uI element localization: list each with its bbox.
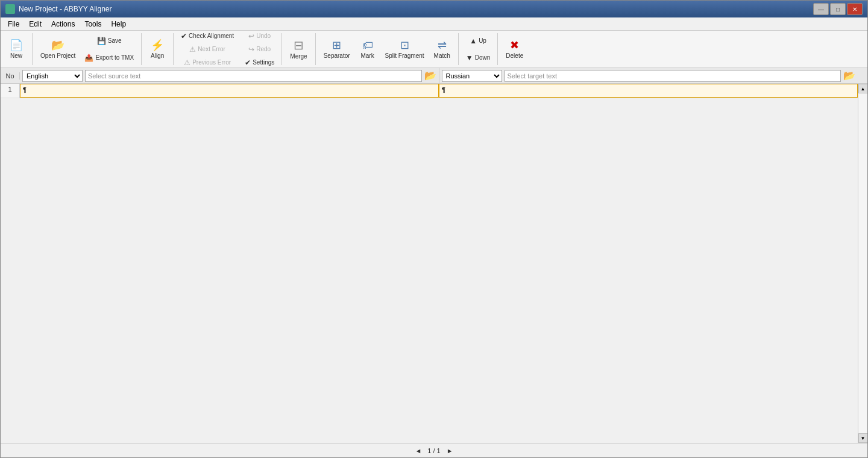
toolbar-group-delete: ✖ Delete: [502, 33, 531, 65]
main-window: New Project - ABBYY Aligner — □ ✕ File E…: [0, 0, 868, 458]
separator-button[interactable]: ⊞ Separator: [319, 33, 354, 66]
redo-button[interactable]: ↪ Redo: [241, 43, 278, 55]
up-icon: ▲: [470, 37, 477, 45]
data-area: 1 ¶ ¶: [1, 84, 858, 443]
toolbar-group-file: 📂 Open Project 💾 Save 📤 Export to TMX: [36, 33, 142, 65]
settings-icon: ✔: [245, 58, 251, 67]
target-folder-icon: 📂: [843, 70, 855, 81]
next-error-icon: ⚠: [189, 45, 196, 54]
app-icon: [5, 4, 15, 14]
down-icon: ▼: [466, 54, 473, 62]
col-source-header: English Select source text 📂: [20, 68, 439, 83]
source-text-select[interactable]: Select source text: [85, 70, 422, 82]
align-icon: ⚡: [151, 40, 164, 51]
cell-source-1[interactable]: ¶: [20, 84, 439, 98]
split-button[interactable]: ⊡ Split Fragment: [381, 33, 429, 66]
page-info: 1 / 1: [427, 447, 440, 454]
prev-page-button[interactable]: ◄: [412, 447, 424, 454]
target-text-select[interactable]: Select target text: [505, 70, 841, 82]
split-icon: ⊡: [400, 40, 409, 51]
open-icon: 📂: [51, 40, 64, 51]
redo-icon: ↪: [248, 45, 254, 54]
toolbar-group-align: ⚡ Align: [145, 33, 174, 65]
down-button[interactable]: ▼ Down: [462, 50, 494, 66]
toolbar-group-merge: ⊟ Merge: [286, 33, 315, 65]
target-lang-select[interactable]: Russian: [442, 70, 502, 82]
close-button[interactable]: ✕: [847, 3, 863, 15]
source-folder-button[interactable]: 📂: [424, 70, 436, 82]
target-folder-button[interactable]: 📂: [843, 70, 855, 82]
check-icon: ✔: [181, 32, 187, 40]
next-error-button[interactable]: ⚠ Next Error: [177, 43, 237, 55]
toolbar-group-new: 📄 New: [4, 33, 33, 65]
minimize-button[interactable]: —: [813, 3, 829, 15]
title-bar: New Project - ABBYY Aligner — □ ✕: [1, 1, 867, 17]
source-lang-select[interactable]: English: [22, 70, 83, 82]
col-no-header: No: [1, 72, 20, 80]
scroll-up-button[interactable]: ▲: [858, 84, 868, 93]
table-row: 1 ¶ ¶: [1, 84, 858, 98]
column-header: No English Select source text 📂 Russian …: [1, 68, 867, 84]
prev-error-button[interactable]: ⚠ Previous Error: [177, 57, 237, 69]
menu-bar: File Edit Actions Tools Help: [1, 17, 867, 31]
toolbar: 📄 New 📂 Open Project 💾 Save 📤: [1, 31, 867, 68]
status-nav: ◄ 1 / 1 ►: [412, 447, 455, 454]
status-bar: ◄ 1 / 1 ►: [1, 443, 867, 457]
scroll-down-button[interactable]: ▼: [858, 433, 868, 443]
menu-actions[interactable]: Actions: [46, 19, 80, 30]
menu-help[interactable]: Help: [106, 19, 131, 30]
cell-no-1: 1: [1, 84, 20, 98]
cell-target-1[interactable]: ¶: [439, 84, 858, 98]
title-bar-controls: — □ ✕: [813, 3, 863, 15]
toolbar-group-move: ▲ Up ▼ Down: [462, 33, 498, 65]
save-icon: 💾: [97, 37, 106, 45]
merge-icon: ⊟: [294, 39, 304, 51]
match-button[interactable]: ⇌ Match: [430, 33, 454, 66]
next-page-button[interactable]: ►: [444, 447, 456, 454]
menu-edit[interactable]: Edit: [24, 19, 46, 30]
separator-icon: ⊞: [332, 40, 341, 51]
save-button[interactable]: 💾 Save: [81, 33, 137, 49]
new-button[interactable]: 📄 New: [4, 33, 28, 66]
open-button[interactable]: 📂 Open Project: [36, 33, 80, 66]
title-bar-left: New Project - ABBYY Aligner: [5, 4, 112, 14]
export-icon: 📤: [84, 54, 93, 62]
scroll-track[interactable]: [858, 93, 867, 433]
export-tmx-button[interactable]: 📤 Export to TMX: [81, 50, 137, 66]
new-icon: 📄: [10, 40, 23, 51]
main-content: 1 ¶ ¶ ▲ ▼: [1, 84, 867, 443]
toolbar-group-checks: ✔ Check Alignment ⚠ Next Error ⚠ Previou…: [177, 33, 282, 65]
merge-button[interactable]: ⊟ Merge: [286, 33, 311, 66]
source-folder-icon: 📂: [424, 70, 436, 81]
menu-tools[interactable]: Tools: [80, 19, 106, 30]
col-target-header: Russian Select target text 📂: [439, 68, 858, 83]
prev-error-icon: ⚠: [184, 58, 190, 67]
align-button[interactable]: ⚡ Align: [145, 33, 169, 66]
maximize-button[interactable]: □: [830, 3, 846, 15]
mark-button[interactable]: 🏷 Mark: [356, 33, 380, 66]
menu-file[interactable]: File: [3, 19, 24, 30]
match-icon: ⇌: [438, 40, 447, 51]
check-alignment-button[interactable]: ✔ Check Alignment: [177, 30, 237, 42]
settings-button[interactable]: ✔ Settings: [241, 57, 278, 69]
table-body: 1 ¶ ¶: [1, 84, 858, 443]
mark-icon: 🏷: [362, 40, 373, 51]
right-scrollbar: ▲ ▼: [858, 84, 867, 443]
undo-button[interactable]: ↩ Undo: [241, 30, 278, 42]
delete-button[interactable]: ✖ Delete: [502, 33, 527, 66]
window-title: New Project - ABBYY Aligner: [19, 5, 112, 13]
up-button[interactable]: ▲ Up: [462, 33, 494, 49]
toolbar-group-segment: ⊞ Separator 🏷 Mark ⊡ Split Fragment ⇌ Ma…: [319, 33, 459, 65]
undo-icon: ↩: [248, 32, 254, 40]
delete-icon: ✖: [510, 40, 519, 51]
